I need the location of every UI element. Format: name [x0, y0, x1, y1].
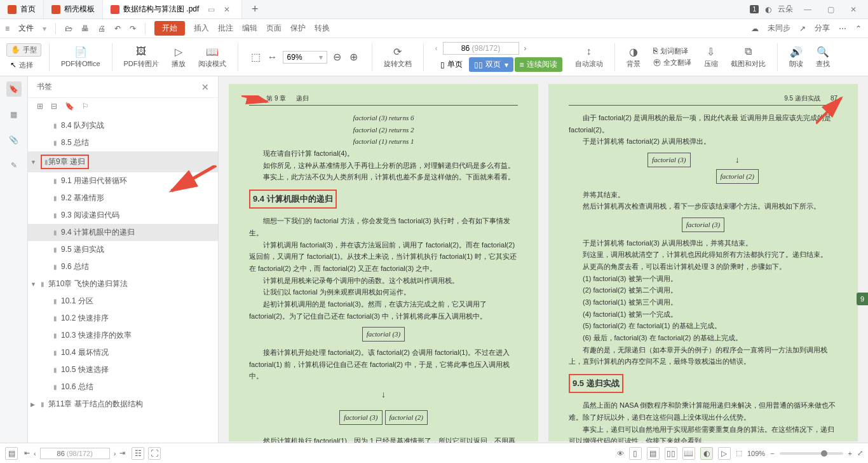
close-window-button[interactable]: ✕	[845, 5, 862, 14]
tab-document[interactable]: 数据结构与算法图 .pdf▭✕	[103, 0, 242, 18]
convert-menu[interactable]: 转换	[315, 23, 330, 34]
zoom-out-icon[interactable]: ⊖	[331, 51, 344, 64]
bookmarks-tab-icon[interactable]: 🔖	[6, 81, 22, 97]
bookmarks-list[interactable]: ▮8.4 队列实战▮8.5 总结▼▮第9章 递归▮9.1 用递归代替循环▮9.2…	[28, 114, 218, 449]
bookmark-settings-icon[interactable]: ⚐	[82, 102, 89, 111]
bookmark-item[interactable]: ▮10.2 快速排序	[28, 310, 218, 327]
bookmark-item[interactable]: ▮10.3 快速排序的效率	[28, 327, 218, 344]
sb-thumbnail-icon[interactable]: ☷	[132, 447, 144, 460]
slider-thumb[interactable]	[821, 450, 827, 457]
expand-all-icon[interactable]: ⊞	[37, 102, 43, 111]
bookmark-add-icon[interactable]: 🔖	[65, 102, 74, 111]
page-number-input[interactable]: 86 (98/172)	[443, 42, 519, 55]
tab-home[interactable]: 首页	[0, 0, 44, 18]
redo-icon[interactable]: ↷	[130, 24, 136, 33]
tab-templates[interactable]: 稻壳模板	[44, 0, 103, 18]
notification-badge[interactable]: 1	[750, 5, 759, 13]
start-menu[interactable]: 开始	[154, 21, 185, 36]
minimize-button[interactable]: —	[799, 5, 816, 14]
slideshow-icon[interactable]: ▷	[718, 447, 731, 460]
close-panel-icon[interactable]: ✕	[201, 82, 209, 92]
rotate-button[interactable]: ⟳旋转文档	[380, 45, 416, 69]
actual-size-icon[interactable]: ⬚	[250, 51, 262, 64]
signatures-tab-icon[interactable]: ✎	[6, 158, 22, 173]
file-menu[interactable]: 文件	[18, 23, 34, 34]
chapter-tag[interactable]: 9	[857, 293, 868, 305]
bookmark-item[interactable]: ▮10.1 分区	[28, 293, 218, 310]
zoom-minus-icon[interactable]: −	[770, 450, 774, 457]
read-aloud-button[interactable]: 🔊朗读	[785, 45, 807, 69]
bookmark-item[interactable]: ▮8.4 队列实战	[28, 117, 218, 134]
prev-page-icon[interactable]: ‹	[435, 44, 438, 53]
print-icon[interactable]: 🖨	[98, 24, 105, 33]
zoom-slider[interactable]	[780, 452, 843, 455]
sb-expand-icon[interactable]: ⤢	[857, 449, 863, 457]
sb-page-input[interactable]: 86 (98/172)	[40, 448, 110, 459]
next-page-icon[interactable]: ›	[524, 44, 527, 53]
single-page-button[interactable]: ▯单页	[435, 57, 468, 72]
pdf-to-image-button[interactable]: 🖼PDF转图片	[120, 45, 163, 69]
night-mode-icon[interactable]: ◐	[700, 447, 713, 460]
undo-icon[interactable]: ↶	[114, 24, 121, 33]
hand-tool-button[interactable]: ✋手型	[6, 43, 41, 57]
close-icon[interactable]: ✕	[224, 5, 230, 14]
edit-menu[interactable]: 编辑	[242, 23, 257, 34]
expand-arrow-icon[interactable]: ▼	[31, 159, 36, 165]
select-tool-button[interactable]: ↖选择	[6, 59, 41, 71]
bookmark-item[interactable]: ▶▮第11章 基于结点的数据结构	[28, 396, 218, 413]
thumbnails-tab-icon[interactable]: ▦	[6, 107, 22, 122]
view-continuous-icon[interactable]: ▤	[647, 447, 660, 460]
zoom-input[interactable]: 69%▾	[283, 51, 327, 64]
expand-arrow-icon[interactable]: ▶	[31, 401, 35, 408]
sb-fullscreen-icon[interactable]: ⛶	[148, 447, 161, 460]
zoom-in-icon[interactable]: ⊕	[348, 51, 360, 64]
fit-page-icon[interactable]: ⬚	[736, 449, 742, 457]
auto-scroll-button[interactable]: ↕自动滚动	[571, 45, 607, 69]
more-icon[interactable]: ⋯	[839, 24, 846, 33]
open-icon[interactable]: 🗁	[65, 24, 72, 33]
view-book-icon[interactable]: 📖	[682, 447, 695, 460]
protect-menu[interactable]: 保护	[290, 23, 306, 34]
sb-menu-icon[interactable]: ▤	[5, 447, 18, 460]
bookmark-item[interactable]: ▮9.4 计算机眼中的递归	[28, 224, 218, 241]
bookmark-item[interactable]: ▮9.2 基准情形	[28, 190, 218, 207]
menu-icon[interactable]: ≡	[5, 24, 10, 33]
view-double-icon[interactable]: ▯▯	[665, 447, 677, 460]
zoom-plus-icon[interactable]: +	[848, 450, 852, 457]
document-viewport[interactable]: 86第 9 章递归 factorial (3) returns 6 factor…	[219, 76, 868, 449]
comment-menu[interactable]: 批注	[218, 23, 233, 34]
fit-width-icon[interactable]: ↔	[266, 51, 279, 64]
bookmark-item[interactable]: ▮10.4 最坏情况	[28, 344, 218, 361]
pdf-to-office-button[interactable]: 📄PDF转Office	[57, 45, 104, 69]
tab-menu-icon[interactable]: ▭	[208, 5, 215, 14]
expand-arrow-icon[interactable]: ▼	[31, 281, 36, 287]
bookmark-item[interactable]: ▮9.5 递归实战	[28, 241, 218, 258]
unsync-label[interactable]: 未同步	[768, 23, 790, 34]
full-translate-button[interactable]: ㊥全文翻译	[653, 57, 691, 68]
collapse-all-icon[interactable]: ⊟	[51, 102, 57, 111]
maximize-button[interactable]: ▢	[822, 5, 839, 14]
view-single-icon[interactable]: ▯	[629, 447, 642, 460]
cloud-user-label[interactable]: 云朵	[778, 4, 793, 15]
new-tab-button[interactable]: +	[242, 0, 268, 18]
share-label[interactable]: 分享	[815, 23, 830, 34]
crop-compare-button[interactable]: ⧉截图和对比	[727, 45, 770, 69]
play-button[interactable]: ▷播放	[168, 45, 189, 69]
bookmark-item[interactable]: ▼▮第10章 飞快的递归算法	[28, 275, 218, 293]
bookmark-item[interactable]: ▮9.6 总结	[28, 258, 218, 275]
page-menu[interactable]: 页面	[266, 23, 281, 34]
continuous-button[interactable]: ≡连续阅读	[515, 57, 562, 72]
selection-translate-button[interactable]: ⎘划词翻译	[653, 46, 688, 56]
eye-protect-icon[interactable]: 👁	[617, 450, 624, 457]
sb-last-page-icon[interactable]: ⇥	[119, 449, 125, 457]
bookmark-item[interactable]: ▮8.5 总结	[28, 134, 218, 151]
bookmark-item[interactable]: ▮9.1 用递归代替循环	[28, 172, 218, 190]
double-page-button[interactable]: ▯▯双页▾	[469, 57, 513, 72]
bookmark-item[interactable]: ▮9.3 阅读递归代码	[28, 207, 218, 224]
sb-first-page-icon[interactable]: ⇤	[24, 449, 30, 457]
bookmark-item[interactable]: ▼▮第9章 递归	[28, 151, 218, 172]
collapse-ribbon-icon[interactable]: ⌃	[855, 24, 862, 33]
compress-button[interactable]: ⇩压缩	[700, 45, 722, 69]
sb-prev-page-icon[interactable]: ‹	[34, 450, 36, 457]
attachments-tab-icon[interactable]: 📎	[6, 132, 22, 148]
